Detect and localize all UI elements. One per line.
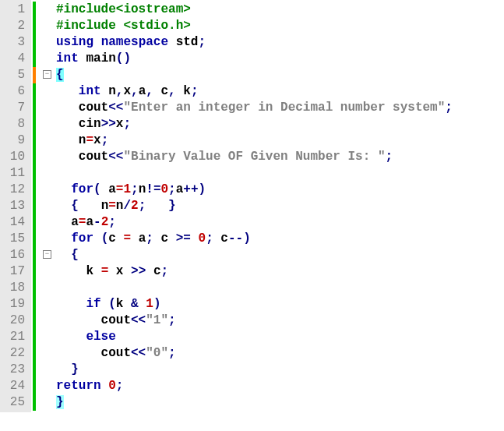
code-line: cout<<"Binary Value OF Given Number Is: … — [56, 149, 504, 165]
line-number: 10 — [3, 149, 25, 165]
line-number: 3 — [3, 34, 25, 51]
code-line: { — [56, 67, 504, 83]
code-area[interactable]: #include<iostream> #include <stdio.h> us… — [53, 0, 504, 412]
code-line: else — [56, 329, 504, 345]
code-line: n=x; — [56, 132, 504, 149]
code-line: { — [56, 247, 504, 263]
change-marker-column — [31, 0, 42, 412]
code-line: if (k & 1) — [56, 296, 504, 313]
line-number: 22 — [3, 345, 25, 362]
line-number: 7 — [3, 100, 25, 116]
code-line: #include<iostream> — [56, 2, 504, 18]
fold-toggle-icon[interactable]: − — [43, 70, 51, 79]
code-line — [56, 165, 504, 182]
code-line: for (c = a; c >= 0; c--) — [56, 231, 504, 247]
line-number: 23 — [3, 362, 25, 378]
code-line: using namespace std; — [56, 34, 504, 51]
line-number: 17 — [3, 263, 25, 280]
code-line: int n,x,a, c, k; — [56, 83, 504, 100]
code-line: int main() — [56, 51, 504, 67]
line-number: 15 — [3, 231, 25, 247]
line-number: 1 — [3, 2, 25, 18]
code-line: k = x >> c; — [56, 263, 504, 280]
fold-toggle-icon[interactable]: − — [43, 250, 51, 259]
code-line: cin>>x; — [56, 116, 504, 132]
code-editor[interactable]: 1 2 3 4 5 6 7 8 9 10 11 12 13 14 15 16 1… — [0, 0, 504, 412]
line-number: 13 — [3, 198, 25, 214]
code-line: cout<<"Enter an integer in Decimal numbe… — [56, 100, 504, 116]
line-number: 19 — [3, 296, 25, 313]
line-number: 4 — [3, 51, 25, 67]
code-line: #include <stdio.h> — [56, 18, 504, 34]
code-line — [56, 280, 504, 296]
line-number: 18 — [3, 280, 25, 296]
code-line: cout<<"0"; — [56, 345, 504, 362]
line-number: 20 — [3, 313, 25, 329]
line-number: 16 — [3, 247, 25, 263]
code-line: { n=n/2; } — [56, 198, 504, 214]
line-number: 6 — [3, 83, 25, 100]
line-number: 25 — [3, 394, 25, 411]
code-line: } — [56, 394, 504, 411]
line-number: 12 — [3, 182, 25, 198]
line-number: 9 — [3, 132, 25, 149]
code-line: for( a=1;n!=0;a++) — [56, 182, 504, 198]
line-number: 21 — [3, 329, 25, 345]
line-number: 14 — [3, 214, 25, 231]
line-number-gutter: 1 2 3 4 5 6 7 8 9 10 11 12 13 14 15 16 1… — [0, 0, 31, 412]
code-line: } — [56, 362, 504, 378]
line-number: 8 — [3, 116, 25, 132]
code-line: a=a-2; — [56, 214, 504, 231]
line-number: 5 — [3, 67, 25, 83]
line-number: 2 — [3, 18, 25, 34]
code-line: cout<<"1"; — [56, 313, 504, 329]
line-number: 11 — [3, 165, 25, 182]
code-line: return 0; — [56, 378, 504, 394]
line-number: 24 — [3, 378, 25, 394]
fold-column: − − — [42, 0, 53, 412]
